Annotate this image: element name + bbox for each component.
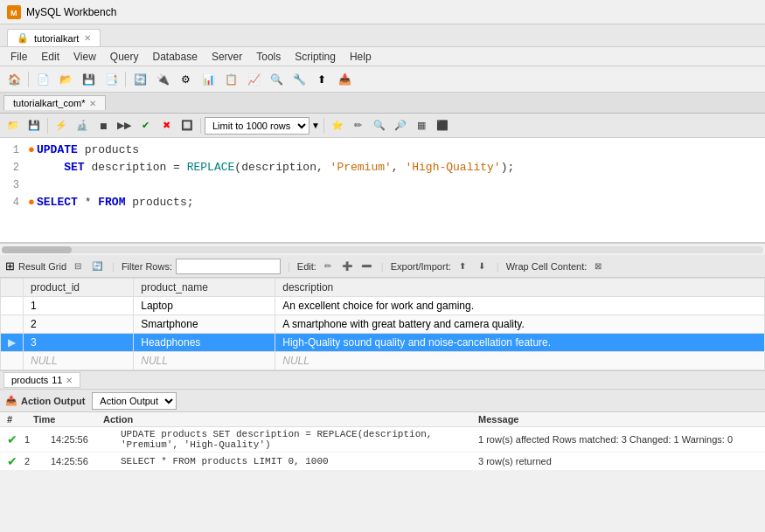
menu-tools[interactable]: Tools: [249, 49, 288, 65]
output-row-2: ✔ 2 14:25:56 SELECT * FROM products LIMI…: [0, 453, 765, 471]
table-row[interactable]: ▶ 3 Headphones High-Quality sound qualit…: [1, 334, 765, 352]
col-product-id-header[interactable]: product_id: [24, 279, 134, 297]
find-button[interactable]: 🔍: [370, 116, 389, 135]
connect-button[interactable]: 🔌: [152, 70, 173, 89]
export-section: Export/Import: ⬆ ⬇: [391, 259, 490, 274]
row-2-desc: A smartphone with great battery and came…: [275, 315, 765, 334]
wrap-section: Wrap Cell Content: ⊠: [506, 259, 607, 274]
null-name: NULL: [134, 352, 275, 370]
col-arrow-header: [1, 279, 24, 297]
row-2-name: Smartphone: [134, 315, 275, 334]
bookmark-button[interactable]: ⭐: [328, 116, 347, 135]
output-row-1-message: 1 row(s) affected Rows matched: 3 Change…: [478, 434, 758, 445]
tb-btn-9[interactable]: 🔧: [289, 70, 309, 89]
output-dropdown[interactable]: Action Output: [92, 392, 177, 410]
edit-delete-btn[interactable]: ➖: [358, 259, 374, 274]
line-dot-4: ●: [26, 194, 37, 211]
explain-button[interactable]: 🔬: [73, 116, 92, 135]
sql-editor[interactable]: 1 ● UPDATE products 2 SET description = …: [0, 138, 765, 243]
open-sql-button[interactable]: 📁: [3, 116, 23, 135]
rollback-button[interactable]: ✖: [156, 116, 176, 135]
table-row[interactable]: 1 Laptop An excellent choice for work an…: [1, 297, 765, 315]
table-row[interactable]: 2 Smartphone A smartphone with great bat…: [1, 315, 765, 334]
output-row-1-action: UPDATE products SET description = REPLAC…: [121, 429, 478, 450]
result-extra-btn[interactable]: ⊟: [70, 259, 86, 274]
menu-help[interactable]: Help: [343, 49, 379, 65]
products-tab-close[interactable]: ✕: [66, 376, 73, 385]
output-row-2-message: 3 row(s) returned: [478, 456, 758, 466]
output-col-message-header: Message: [478, 414, 758, 425]
output-row-2-action: SELECT * FROM products LIMIT 0, 1000: [121, 456, 478, 466]
products-tab[interactable]: products 11 ✕: [3, 372, 80, 388]
row-1-name: Laptop: [134, 297, 275, 315]
home-button[interactable]: 🏠: [3, 70, 24, 89]
data-table: product_id product_name description 1 La…: [0, 278, 765, 370]
filter-rows-input[interactable]: [176, 259, 281, 274]
limit-rows-dropdown[interactable]: Limit to 1000 rows ▼: [205, 117, 320, 135]
horizontal-scrollbar[interactable]: [0, 243, 765, 255]
scrollbar-thumb[interactable]: [2, 246, 72, 253]
export-btn[interactable]: ⬆: [455, 259, 470, 274]
save-button[interactable]: 💾: [78, 70, 99, 89]
editor-separator-3: [323, 118, 324, 134]
conn-tab-close[interactable]: ✕: [89, 99, 96, 108]
tb-btn-11[interactable]: 📥: [334, 70, 355, 89]
products-tab-label: products: [11, 375, 48, 385]
connection-tab[interactable]: tutorialkart_com* ✕: [3, 95, 106, 110]
manage-button[interactable]: ⚙: [175, 70, 196, 89]
import-btn[interactable]: ⬇: [474, 259, 490, 274]
save-sql-button[interactable]: 💾: [24, 116, 44, 135]
wrap-btn[interactable]: ⊠: [590, 259, 606, 274]
open-button[interactable]: 📂: [55, 70, 76, 89]
limit-rows-select[interactable]: Limit to 1000 rows: [205, 117, 309, 135]
edit-add-btn[interactable]: ➕: [339, 259, 355, 274]
line-number-3: 3: [0, 176, 26, 194]
commit-button[interactable]: ✔: [136, 116, 155, 135]
edit-pencil-btn[interactable]: ✏: [320, 259, 336, 274]
tb-btn-8[interactable]: 🔍: [266, 70, 287, 89]
execute-all-button[interactable]: ▶▶: [115, 116, 134, 135]
result-sep-1: |: [112, 261, 115, 272]
menu-scripting[interactable]: Scripting: [288, 49, 343, 65]
run-button[interactable]: ⚡: [52, 116, 71, 135]
col-product-name-header[interactable]: product_name: [134, 279, 275, 297]
menu-edit[interactable]: Edit: [34, 49, 66, 65]
zoom-in-button[interactable]: 🔎: [391, 116, 410, 135]
menu-server[interactable]: Server: [205, 49, 249, 65]
line-number-4: 4: [0, 194, 26, 211]
tb-btn-5[interactable]: 📊: [198, 70, 219, 89]
bottom-tabbar: products 11 ✕: [0, 370, 765, 390]
et-btn-col[interactable]: ▦: [412, 116, 431, 135]
format-button[interactable]: ✏: [349, 116, 368, 135]
menu-query[interactable]: Query: [103, 49, 146, 65]
result-refresh-btn[interactable]: 🔄: [89, 259, 105, 274]
menu-file[interactable]: File: [3, 49, 34, 65]
null-desc: NULL: [275, 352, 765, 370]
menu-view[interactable]: View: [66, 49, 103, 65]
tb-btn-6[interactable]: 📋: [220, 70, 241, 89]
editor-tab[interactable]: 🔒 tutorialkart ✕: [7, 29, 101, 46]
output-col-num-header: #: [7, 414, 33, 425]
code-line-2: 2 SET description = REPLACE(description,…: [0, 159, 765, 176]
tab-label: tutorialkart: [34, 33, 79, 44]
new-query-button[interactable]: 📄: [32, 70, 53, 89]
editor-separator-2: [200, 118, 201, 134]
conn-tab-label: tutorialkart_com*: [13, 98, 86, 108]
output-row-1: ✔ 1 14:25:56 UPDATE products SET descrip…: [0, 427, 765, 453]
result-toolbar: ⊞ Result Grid ⊟ 🔄 | Filter Rows: | Edit:…: [0, 255, 765, 278]
save-all-button[interactable]: 📑: [101, 70, 122, 89]
toolbar-separator-1: [28, 72, 29, 87]
et-btn-split[interactable]: ⬛: [433, 116, 452, 135]
line-content-1: UPDATE products: [37, 142, 139, 159]
tb-btn-7[interactable]: 📈: [243, 70, 264, 89]
col-description-header[interactable]: description: [275, 279, 765, 297]
refresh-button[interactable]: 🔄: [129, 70, 150, 89]
stop-button[interactable]: ⏹: [94, 116, 113, 135]
output-rows: ✔ 1 14:25:56 UPDATE products SET descrip…: [0, 427, 765, 471]
menu-database[interactable]: Database: [146, 49, 205, 65]
tab-close-button[interactable]: ✕: [84, 33, 91, 43]
result-sep-4: |: [497, 261, 499, 272]
output-col-time-header: Time: [33, 414, 103, 425]
tb-btn-10[interactable]: ⬆: [311, 70, 332, 89]
toggle-button[interactable]: 🔲: [177, 116, 197, 135]
